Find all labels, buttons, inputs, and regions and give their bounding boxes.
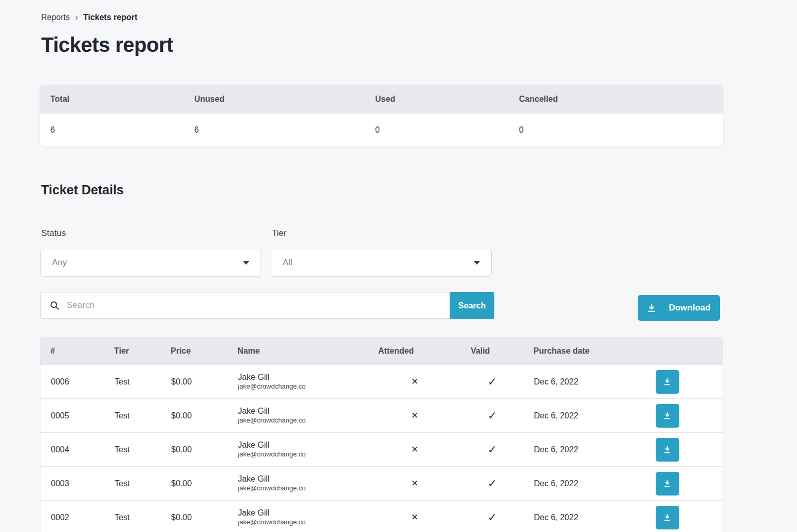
breadcrumb-chevron-icon: › <box>75 13 78 22</box>
table-row: 0002 Test $0.00 Jake Gill jake@crowdchan… <box>40 501 723 532</box>
summary-card: Total Unused Used Cancelled 6 6 0 0 <box>40 85 723 146</box>
ticket-number: 0004 <box>41 445 104 454</box>
row-actions <box>627 506 722 529</box>
ticket-number: 0006 <box>41 377 104 387</box>
col-header-attended: Attended <box>368 346 460 356</box>
attended-cross-icon: ✕ <box>368 376 461 387</box>
summary-header-total: Total <box>40 85 184 114</box>
status-select[interactable]: Any <box>40 249 261 277</box>
purchaser-email: jake@crowdchange.co <box>238 484 368 493</box>
purchase-date: Dec 6, 2022 <box>524 377 627 387</box>
summary-header-used: Used <box>365 85 509 114</box>
ticket-tier: Test <box>104 513 161 522</box>
ticket-number: 0003 <box>41 479 104 488</box>
status-filter: Status Any <box>40 228 261 277</box>
attended-cross-icon: ✕ <box>368 444 461 455</box>
row-download-button[interactable] <box>656 472 679 496</box>
table-header-row: # Tier Price Name Attended Valid Purchas… <box>40 337 723 365</box>
summary-value-unused: 6 <box>184 114 365 146</box>
page-title: Tickets report <box>40 33 723 57</box>
purchaser-name: Jake Gill <box>238 508 368 518</box>
summary-value-cancelled: 0 <box>509 114 723 146</box>
ticket-price: $0.00 <box>161 479 228 488</box>
download-button-label: Download <box>669 303 710 313</box>
download-icon <box>663 446 671 453</box>
tier-label: Tier <box>271 228 492 239</box>
breadcrumb-current: Tickets report <box>83 13 138 22</box>
purchase-date: Dec 6, 2022 <box>524 445 627 454</box>
ticket-tier: Test <box>104 479 161 488</box>
download-button[interactable]: Download <box>638 295 720 321</box>
attended-cross-icon: ✕ <box>368 478 461 489</box>
attended-cross-icon: ✕ <box>368 512 461 523</box>
ticket-tier: Test <box>104 377 161 387</box>
summary-header-cancelled: Cancelled <box>509 85 723 114</box>
ticket-purchaser: Jake Gill jake@crowdchange.co <box>228 372 368 391</box>
valid-check-icon: ✓ <box>461 443 524 456</box>
row-actions <box>627 438 722 462</box>
row-actions <box>627 472 722 496</box>
row-actions <box>627 404 722 428</box>
chevron-down-icon <box>243 261 249 265</box>
tier-select-value: All <box>283 258 292 268</box>
chevron-down-icon <box>474 261 480 265</box>
ticket-purchaser: Jake Gill jake@crowdchange.co <box>228 440 368 459</box>
valid-check-icon: ✓ <box>461 409 524 423</box>
ticket-purchaser: Jake Gill jake@crowdchange.co <box>228 508 368 527</box>
download-icon <box>663 513 671 521</box>
attended-cross-icon: ✕ <box>368 410 461 421</box>
status-label: Status <box>40 228 261 239</box>
col-header-price: Price <box>160 346 227 356</box>
summary-values-row: 6 6 0 0 <box>40 114 723 146</box>
purchaser-email: jake@crowdchange.co <box>238 416 368 425</box>
table-row: 0004 Test $0.00 Jake Gill jake@crowdchan… <box>40 433 723 467</box>
tier-select[interactable]: All <box>271 249 492 277</box>
purchaser-name: Jake Gill <box>238 372 368 382</box>
summary-value-used: 0 <box>365 114 509 146</box>
download-icon <box>663 480 671 487</box>
ticket-price: $0.00 <box>161 513 228 522</box>
search-box <box>40 292 451 319</box>
valid-check-icon: ✓ <box>461 375 524 389</box>
row-actions <box>627 370 722 394</box>
search-row: Search Download <box>40 292 723 321</box>
purchaser-email: jake@crowdchange.co <box>238 518 368 527</box>
ticket-price: $0.00 <box>161 445 228 454</box>
breadcrumb-reports-link[interactable]: Reports <box>41 13 70 22</box>
purchase-date: Dec 6, 2022 <box>524 411 627 420</box>
download-icon <box>663 412 671 419</box>
search-input[interactable] <box>67 292 441 318</box>
table-row: 0005 Test $0.00 Jake Gill jake@crowdchan… <box>40 399 723 433</box>
row-download-button[interactable] <box>656 370 679 394</box>
tickets-table: # Tier Price Name Attended Valid Purchas… <box>40 337 723 532</box>
purchaser-email: jake@crowdchange.co <box>238 450 368 459</box>
filters: Status Any Tier All <box>40 228 723 277</box>
purchaser-name: Jake Gill <box>238 406 368 416</box>
row-download-button[interactable] <box>656 506 679 529</box>
purchase-date: Dec 6, 2022 <box>524 513 627 522</box>
summary-header-row: Total Unused Used Cancelled <box>40 85 723 114</box>
table-row: 0006 Test $0.00 Jake Gill jake@crowdchan… <box>40 365 723 399</box>
page-container: Reports › Tickets report Tickets report … <box>40 0 723 532</box>
download-icon <box>647 303 656 313</box>
ticket-details-heading: Ticket Details <box>40 182 723 197</box>
valid-check-icon: ✓ <box>461 477 524 490</box>
col-header-name: Name <box>227 346 368 356</box>
table-row: 0003 Test $0.00 Jake Gill jake@crowdchan… <box>40 467 723 501</box>
search-button[interactable]: Search <box>450 292 494 319</box>
ticket-price: $0.00 <box>161 411 228 420</box>
ticket-price: $0.00 <box>161 377 228 387</box>
row-download-button[interactable] <box>656 438 679 462</box>
download-icon <box>663 378 671 386</box>
col-header-tier: Tier <box>104 346 160 356</box>
search-icon <box>49 300 60 310</box>
ticket-number: 0002 <box>41 513 104 522</box>
col-header-valid: Valid <box>460 346 523 356</box>
tier-filter: Tier All <box>271 228 492 277</box>
summary-header-unused: Unused <box>184 85 365 114</box>
purchaser-name: Jake Gill <box>238 474 368 484</box>
ticket-tier: Test <box>104 411 161 420</box>
col-header-number: # <box>40 346 104 356</box>
row-download-button[interactable] <box>656 404 679 428</box>
breadcrumb: Reports › Tickets report <box>40 0 723 22</box>
